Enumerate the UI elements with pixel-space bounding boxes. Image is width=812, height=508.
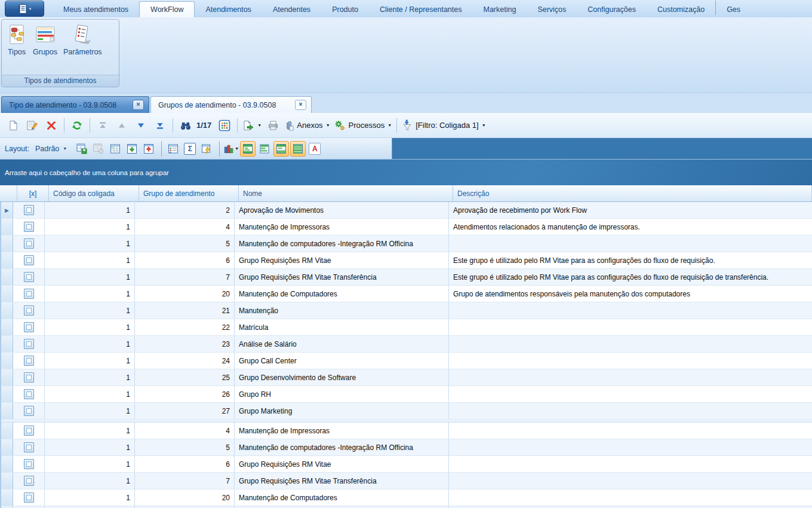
ribbon-tab-gestao[interactable]: Ges [716,2,751,17]
table-row[interactable]: 14Manutenção de ImpressorasAtendimentos … [1,219,812,235]
checkbox-icon[interactable] [24,289,34,299]
grid-settings-button[interactable] [107,141,123,157]
grupos-button[interactable]: Grupos [32,23,59,57]
checkbox-icon[interactable] [24,255,34,265]
row-checkbox[interactable] [13,423,45,439]
nav-first-button[interactable] [93,117,112,134]
table-row[interactable]: 120Manutenção de Computadores [1,489,812,506]
ribbon-tab-configuracoes[interactable]: Configurações [577,2,647,17]
layout-preset-dropdown[interactable]: Padrão ▼ [35,145,67,153]
checkbox-icon[interactable] [24,459,34,469]
table-row[interactable]: 124Grupo Call Center [1,353,812,369]
row-checkbox[interactable] [13,369,45,385]
view-toggle-card-button[interactable] [240,141,256,157]
checkbox-icon[interactable] [24,322,34,332]
column-header-nome[interactable]: Nome [239,185,453,201]
row-checkbox[interactable] [13,386,45,402]
group-by-bar[interactable]: Arraste aqui o cabeçalho de uma coluna p… [0,159,812,185]
ribbon-tab-meus-atendimentos[interactable]: Meus atendimentos [53,2,139,17]
delete-record-button[interactable] [42,117,61,134]
filtro-button[interactable]: [Filtro: Coligada 1] ▼ [400,117,487,134]
view-toggle-grid-button[interactable] [273,141,289,157]
font-style-button[interactable]: A [307,141,322,157]
export-layout-button[interactable] [141,141,156,157]
table-row[interactable]: 125Grupo Desenvolvimento de Software [1,369,812,386]
checkbox-icon[interactable] [24,305,34,316]
row-checkbox[interactable] [13,336,45,352]
table-row[interactable]: 123Análise de Salário [1,336,812,353]
row-checkbox[interactable] [13,353,45,369]
nav-prev-button[interactable] [112,117,131,134]
parametros-button[interactable]: Parâmetros [62,23,103,57]
ribbon-tab-atendimentos[interactable]: Atendimentos [195,2,262,17]
column-chooser-button[interactable] [165,141,181,157]
import-layout-button[interactable] [124,141,140,157]
checkbox-icon[interactable] [24,389,34,399]
row-checkbox[interactable] [13,473,45,489]
row-checkbox[interactable] [13,252,45,268]
nav-next-button[interactable] [131,117,150,134]
checkbox-icon[interactable] [24,406,34,416]
save-layout-as-button[interactable] [91,141,106,157]
checkbox-icon[interactable] [24,442,34,452]
new-record-button[interactable] [4,117,23,134]
checkbox-icon[interactable] [24,372,34,382]
table-row[interactable]: ▶12Aprovação de MovimentosAprovação de r… [1,202,812,219]
close-icon[interactable]: × [133,100,144,110]
checkbox-icon[interactable] [24,222,34,232]
row-checkbox[interactable] [13,439,45,455]
ribbon-tab-atendentes[interactable]: Atendentes [262,2,321,17]
edit-record-button[interactable] [23,117,42,134]
nav-last-button[interactable] [150,117,170,134]
column-header-check[interactable]: [x] [17,185,49,201]
checkbox-icon[interactable] [24,356,34,366]
row-checkbox[interactable] [13,456,45,472]
close-icon[interactable]: × [295,100,306,110]
print-button[interactable] [263,117,282,134]
column-header-descricao[interactable]: Descrição [453,185,812,201]
row-checkbox[interactable] [13,219,45,235]
view-toggle-rows-button[interactable] [257,141,272,157]
table-row[interactable]: 17Grupo Requisições RM Vitae Transferênc… [1,473,812,489]
row-checkbox[interactable] [13,235,45,252]
doc-tab-grupos-de-atendimento[interactable]: Grupos de atendimento - 03.9.0508 × [150,96,312,113]
table-row[interactable]: 120Manutenção de ComputadoresGrupo de at… [1,286,812,302]
chart-button[interactable]: ▼ [223,141,239,157]
table-row[interactable]: 122Matrícula [1,319,812,336]
ribbon-tab-cliente-representantes[interactable]: Cliente / Representantes [369,2,473,17]
row-checkbox[interactable] [13,319,45,335]
ribbon-tab-customizacao[interactable]: Customização [647,2,715,17]
column-header-codigo-coligada[interactable]: Código da coligada [49,185,139,201]
table-row[interactable]: 16Grupo Requisições RM VitaeEste grupo é… [1,252,812,269]
view-toggle-list-button[interactable] [290,141,306,157]
checkbox-icon[interactable] [24,205,34,215]
ribbon-tab-servicos[interactable]: Serviços [527,2,577,17]
tipos-button[interactable]: Tipos [5,23,28,57]
ribbon-tab-workflow[interactable]: WorkFlow [139,1,195,17]
save-layout-button[interactable] [74,141,90,157]
row-checkbox[interactable] [13,489,45,506]
checkbox-icon[interactable] [24,492,34,503]
checkbox-icon[interactable] [24,339,34,349]
column-header-grupo-atendimento[interactable]: Grupo de atendimento [139,185,239,201]
row-checkbox[interactable] [13,403,45,419]
processos-button[interactable]: Processos ▼ [332,117,394,134]
table-row[interactable]: 121Manutenção [1,302,812,319]
table-row[interactable]: 15Manutenção de computadores -Integração… [1,235,812,252]
totals-button[interactable]: Σ [182,141,198,157]
app-menu-button[interactable]: ▾ [5,1,44,17]
grid-view-button[interactable] [215,117,234,134]
checkbox-icon[interactable] [24,272,34,282]
table-row[interactable]: 16Grupo Requisições RM Vitae [1,456,812,473]
row-checkbox[interactable] [13,202,45,218]
table-row[interactable]: 127Grupo Marketing [1,403,812,420]
checkbox-icon[interactable] [24,476,34,486]
find-button[interactable] [176,117,195,134]
export-button[interactable]: ▼ [241,117,263,134]
doc-tab-tipo-de-atendimento[interactable]: Tipo de atendimento - 03.9.0508 × [1,96,149,113]
row-checkbox[interactable] [13,269,45,285]
checkbox-icon[interactable] [24,426,34,436]
table-row[interactable]: 126Grupo RH [1,386,812,403]
checkbox-icon[interactable] [24,238,34,249]
table-row[interactable]: 14Manutenção de Impressoras [1,423,812,439]
